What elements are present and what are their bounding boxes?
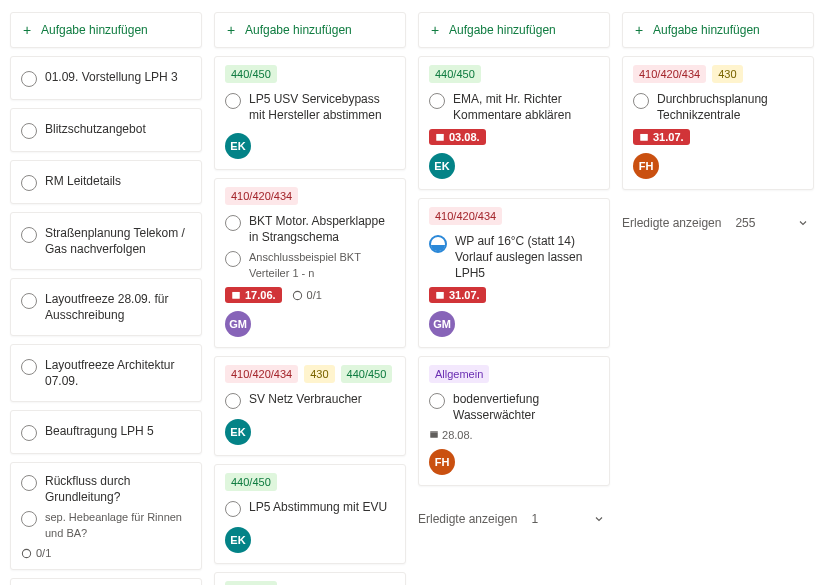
complete-toggle[interactable] — [429, 235, 447, 253]
svg-rect-7 — [436, 134, 444, 136]
plus-icon: + — [21, 24, 33, 36]
complete-toggle[interactable] — [21, 227, 37, 243]
complete-toggle[interactable] — [225, 93, 241, 109]
add-task-label: Aufgabe hinzufügen — [245, 23, 352, 37]
task-title: LP5 Abstimmung mit EVU — [249, 499, 387, 515]
complete-toggle[interactable] — [429, 393, 445, 409]
task-title: Rückfluss durch Grundleitung? — [45, 473, 191, 505]
task-card[interactable]: Allgemeinbodenvertiefung Wasserwächter 2… — [418, 356, 610, 486]
add-task-button[interactable]: +Aufgabe hinzufügen — [214, 12, 406, 48]
task-card[interactable]: 410/420/434WP auf 16°C (statt 14) Vorlau… — [418, 198, 610, 348]
task-card[interactable]: Beauftragung LPH 5 — [10, 410, 202, 454]
assignee-avatar[interactable]: GM — [429, 311, 455, 337]
add-task-label: Aufgabe hinzufügen — [41, 23, 148, 37]
assignee-avatar[interactable]: EK — [225, 527, 251, 553]
add-task-label: Aufgabe hinzufügen — [653, 23, 760, 37]
category-badge: 440/450 — [225, 65, 277, 83]
complete-toggle[interactable] — [21, 475, 37, 491]
add-task-button[interactable]: +Aufgabe hinzufügen — [418, 12, 610, 48]
category-badge: Allgemein — [429, 365, 489, 383]
task-card[interactable]: 440/450EMA, mit Hr. Richter Kommentare a… — [418, 56, 610, 190]
svg-point-3 — [293, 291, 301, 299]
add-task-button[interactable]: +Aufgabe hinzufügen — [10, 12, 202, 48]
chevron-down-icon — [792, 212, 814, 234]
task-card[interactable]: 01.09. Vorstellung LPH 3 — [10, 56, 202, 100]
task-card[interactable]: Straßenplanung Telekom / Gas nachverfolg… — [10, 212, 202, 270]
complete-toggle[interactable] — [225, 393, 241, 409]
complete-toggle[interactable] — [21, 359, 37, 375]
assignee-avatar[interactable]: EK — [429, 153, 455, 179]
task-title: RM Leitdetails — [45, 173, 121, 189]
task-row: sep. Hebeanlage für Rinnen und BA? — [21, 507, 191, 543]
complete-toggle[interactable] — [21, 175, 37, 191]
show-completed-toggle[interactable]: Erledigte anzeigen255 — [622, 212, 814, 234]
svg-rect-9 — [436, 292, 444, 294]
task-card[interactable]: 410/420/434430Durchbruchsplanung Technik… — [622, 56, 814, 190]
complete-toggle[interactable] — [21, 71, 37, 87]
task-row: 01.09. Vorstellung LPH 3 — [21, 67, 191, 89]
calendar-icon — [429, 429, 439, 439]
complete-toggle[interactable] — [225, 215, 241, 231]
calendar-icon — [435, 290, 445, 300]
task-row: EMA, mit Hr. Richter Kommentare abklären — [429, 89, 599, 125]
calendar-icon — [231, 290, 241, 300]
show-completed-toggle[interactable]: Erledigte anzeigen1 — [418, 508, 610, 530]
svg-point-0 — [22, 549, 30, 557]
task-card[interactable]: 410/420/434BKT Motor. Absperklappe in St… — [214, 178, 406, 348]
calendar-icon — [639, 132, 649, 142]
task-card[interactable]: Layoutfreeze 28.09. für Ausschreibung — [10, 278, 202, 336]
assignee-avatar[interactable]: EK — [225, 419, 251, 445]
complete-toggle[interactable] — [21, 123, 37, 139]
add-task-button[interactable]: +Aufgabe hinzufügen — [622, 12, 814, 48]
plus-icon: + — [633, 24, 645, 36]
task-row: RM Leitdetails — [21, 171, 191, 193]
task-card[interactable]: RM Leitdetails — [10, 160, 202, 204]
category-badge: 410/420/434 — [225, 365, 298, 383]
complete-toggle[interactable] — [225, 501, 241, 517]
complete-toggle[interactable] — [21, 293, 37, 309]
task-title: Layoutfreeze Architektur 07.09. — [45, 357, 191, 389]
plus-icon: + — [225, 24, 237, 36]
assignee-avatar[interactable]: EK — [225, 133, 251, 159]
task-title: Blitzschutzangebot — [45, 121, 146, 137]
category-badge: 440/450 — [225, 581, 277, 585]
category-badge: 440/450 — [341, 365, 393, 383]
complete-toggle[interactable] — [429, 93, 445, 109]
category-badge: 440/450 — [225, 473, 277, 491]
task-card[interactable]: 440/450LP5 Abstimmung mit EVUEK — [214, 464, 406, 564]
task-title: BKT Motor. Absperklappe in Strangschema — [249, 213, 395, 245]
task-row: LP5 USV Servicebypass mit Hersteller abs… — [225, 89, 395, 125]
task-row: BKT Motor. Absperklappe in Strangschema — [225, 211, 395, 247]
svg-rect-11 — [430, 431, 438, 433]
task-title: Layoutfreeze 28.09. für Ausschreibung — [45, 291, 191, 323]
task-meta: 0/1 — [21, 547, 191, 559]
due-date-overdue: 31.07. — [429, 287, 486, 303]
task-row: Anschlussbeispiel BKT Verteiler 1 - n — [225, 247, 395, 283]
complete-toggle[interactable] — [225, 251, 241, 267]
add-task-label: Aufgabe hinzufügen — [449, 23, 556, 37]
task-row: Rückfluss durch Grundleitung? — [21, 471, 191, 507]
complete-toggle[interactable] — [21, 511, 37, 527]
assignee-avatar[interactable]: GM — [225, 311, 251, 337]
complete-toggle[interactable] — [633, 93, 649, 109]
task-card[interactable]: Bemusterung SA Objekte vorbereiten — [10, 578, 202, 585]
calendar-icon — [435, 132, 445, 142]
completed-count: 255 — [735, 216, 755, 230]
complete-toggle[interactable] — [21, 425, 37, 441]
task-card[interactable]: Rückfluss durch Grundleitung?sep. Hebean… — [10, 462, 202, 570]
assignee-avatar[interactable]: FH — [429, 449, 455, 475]
task-title: WP auf 16°C (statt 14) Vorlauf auslegen … — [455, 233, 599, 281]
task-card[interactable]: 440/450LP5 USV Servicebypass mit Herstel… — [214, 56, 406, 170]
chevron-down-icon — [588, 508, 610, 530]
assignee-avatar[interactable]: FH — [633, 153, 659, 179]
task-card[interactable]: Layoutfreeze Architektur 07.09. — [10, 344, 202, 402]
due-date-overdue: 17.06. — [225, 287, 282, 303]
task-card[interactable]: Blitzschutzangebot — [10, 108, 202, 152]
task-card[interactable]: 440/450LPH 5 Kabelschacht PV 25.09.FH — [214, 572, 406, 585]
show-completed-label: Erledigte anzeigen — [418, 512, 517, 526]
due-date-overdue: 31.07. — [633, 129, 690, 145]
due-date: 28.08. — [429, 429, 473, 441]
svg-rect-2 — [232, 292, 240, 294]
task-row: Straßenplanung Telekom / Gas nachverfolg… — [21, 223, 191, 259]
task-card[interactable]: 410/420/434430440/450SV Netz Verbraucher… — [214, 356, 406, 456]
